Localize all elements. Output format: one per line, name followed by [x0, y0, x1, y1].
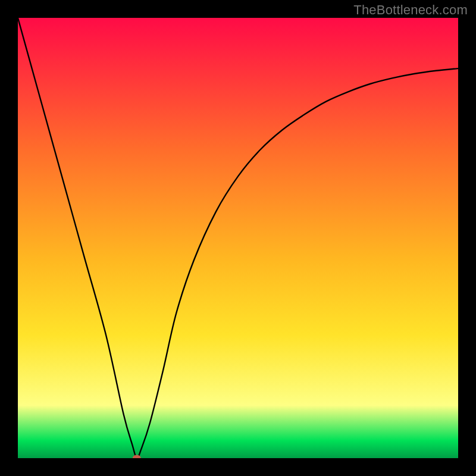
- gradient-background: [18, 18, 458, 458]
- watermark-text: TheBottleneck.com: [353, 2, 468, 18]
- plot-area: [18, 18, 458, 458]
- chart-frame: TheBottleneck.com: [0, 0, 476, 476]
- bottleneck-chart: [18, 18, 458, 458]
